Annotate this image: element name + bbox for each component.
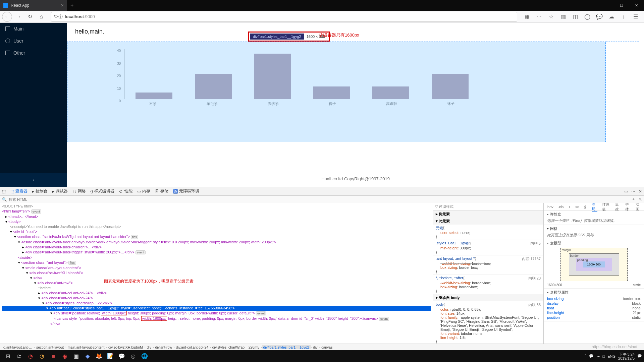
account-icon[interactable]: ◯ — [582, 12, 592, 22]
app-icon[interactable]: ■ — [48, 351, 59, 361]
inspector-picker-icon[interactable]: ⬚ — [2, 189, 6, 194]
pseudo-header: ▸ 伪元素 — [433, 210, 543, 218]
chart-bar — [372, 86, 409, 99]
download-icon[interactable]: ↓ — [619, 12, 629, 22]
close-button[interactable]: ✕ — [629, 0, 644, 11]
breadcrumb-item[interactable]: div — [146, 345, 153, 349]
back-button[interactable]: ← — [2, 12, 12, 22]
tray-up-icon[interactable]: ˄ — [584, 354, 586, 358]
tray-lang[interactable]: ENG — [607, 354, 615, 358]
home-button[interactable]: ⌂ — [36, 12, 46, 22]
tab-inspector[interactable]: ⬚ 查看器 — [10, 189, 28, 194]
tab-console[interactable]: ▸ 控制台 — [32, 189, 48, 194]
menu-icon[interactable]: ☰ — [631, 12, 641, 22]
styles-pane[interactable]: ▽ 过滤样式 ▸ 伪元素 ▾ 此元素 元素 { user-select: non… — [433, 203, 543, 344]
firefox-icon[interactable]: 🦊 — [93, 351, 105, 361]
library-icon[interactable]: ▥ — [558, 12, 568, 22]
x-axis-label: 高跟鞋 — [386, 101, 397, 106]
qr-icon[interactable]: ▦ — [522, 12, 532, 22]
chart-bar — [313, 86, 350, 99]
breadcrumb-item[interactable]: d.ant-layout.ant-… — [2, 345, 34, 349]
breadcrumb-item[interactable]: div.ant-row — [154, 345, 173, 349]
chart-bar — [195, 74, 232, 99]
sidebar-collapse-button[interactable]: ‹ — [0, 173, 67, 187]
hov-toggle[interactable]: :hov — [546, 205, 553, 209]
sidebar-item-other[interactable]: Other ⌄ — [0, 47, 67, 59]
home-icon — [5, 26, 10, 31]
print-icon[interactable]: 🖨 — [583, 205, 587, 209]
chart-plot-area — [124, 49, 480, 99]
tab-accessibility[interactable]: ♿ 无障碍环境 — [173, 189, 199, 194]
layout-icon[interactable]: ▭ — [575, 204, 579, 209]
breadcrumb-item[interactable]: main.ant-layout-content — [66, 345, 106, 349]
bookmark-icon[interactable]: ☆ — [546, 12, 556, 22]
breadcrumb-item[interactable]: div.ant-col.ant-col-24 — [175, 345, 210, 349]
minimize-button[interactable]: — — [599, 0, 614, 11]
tab-computed[interactable]: 计算值 — [602, 203, 610, 212]
url-bar[interactable]: 🛡 ⓘ localhost:9000 — [51, 12, 517, 22]
app-icon[interactable]: ◉ — [59, 351, 70, 361]
sidebar-icon[interactable]: ◫ — [570, 12, 580, 22]
sidebar-item-user[interactable]: User — [0, 35, 67, 47]
breadcrumb-item[interactable]: canvas — [320, 345, 334, 349]
user-icon — [5, 39, 10, 43]
sidebar-item-main[interactable]: Main — [0, 23, 67, 35]
weather-icon[interactable]: ☁ — [606, 12, 616, 22]
app-icon[interactable]: ◔ — [25, 351, 36, 361]
tab-close-icon[interactable]: × — [61, 3, 64, 8]
edit-html-icon[interactable]: ✎ — [639, 197, 642, 202]
info-icon[interactable]: ⓘ — [58, 14, 63, 20]
tray-wechat-icon[interactable]: 💬 — [589, 354, 594, 358]
breadcrumb-item[interactable]: div#bar1.styles_bar1__1gyg2 — [262, 345, 311, 349]
app-icon[interactable]: ◆ — [82, 351, 93, 361]
app-icon[interactable]: ◎ — [127, 351, 139, 361]
terminal-icon[interactable]: ▣ — [70, 351, 82, 361]
layout-pane[interactable]: :hov .cls + ▭ 🖨 布局 计算值 更改 字体 动画 弹性盒 选择一个… — [543, 203, 644, 344]
forward-button[interactable]: → — [13, 12, 23, 22]
breadcrumb-item[interactable]: div.sc-bwzfXH.bipbnM — [107, 345, 144, 349]
dom-search-input[interactable] — [9, 197, 632, 201]
dom-tree-pane[interactable]: <!DOCTYPE html> <html lang="en"> event ▸… — [0, 203, 433, 344]
tab-debugger[interactable]: ▸ 调试器 — [52, 189, 68, 194]
tab-memory[interactable]: ▭ 内存 — [137, 189, 150, 194]
tab-storage[interactable]: 🗄 存储 — [155, 189, 168, 194]
chat-icon[interactable]: 💬 — [594, 12, 604, 22]
reload-button[interactable]: ↻ — [25, 12, 35, 22]
tab-style-editor[interactable]: {} 样式编辑器 — [91, 189, 115, 194]
tray-net-icon[interactable]: ☁ — [596, 354, 600, 358]
devtools-close-icon[interactable]: ✕ — [639, 189, 642, 194]
tab-changes[interactable]: 更改 — [615, 203, 621, 212]
tab-layout[interactable]: 布局 — [592, 203, 597, 212]
chrome-icon[interactable]: 🌐 — [139, 351, 150, 361]
add-rule[interactable]: + — [568, 205, 570, 209]
add-element-icon[interactable]: + — [632, 197, 635, 202]
react-favicon — [3, 3, 8, 8]
tray-ime-icon[interactable]: □ — [603, 354, 605, 358]
grid-section: 网格 此页面上没有使用 CSS 网格 — [544, 225, 644, 239]
breadcrumb-item[interactable]: div — [312, 345, 319, 349]
explorer-icon[interactable]: 🗂 — [13, 351, 25, 361]
tab-fonts[interactable]: 字体 — [625, 203, 631, 212]
browser-tab-active[interactable]: React App × — [0, 0, 67, 11]
tab-title: React App — [11, 3, 29, 8]
tab-network[interactable]: ↑↓ 网络 — [72, 189, 86, 194]
responsive-icon[interactable]: ▭ — [624, 189, 628, 194]
dom-breadcrumb[interactable]: d.ant-layout.ant-…›section.ant-layout›ma… — [0, 344, 644, 350]
notifications-icon[interactable]: 💬 — [637, 354, 642, 358]
x-axis-label: 裤子 — [329, 101, 336, 106]
notepad-icon[interactable]: 📝 — [105, 351, 116, 361]
wechat-icon[interactable]: 💬 — [116, 351, 127, 361]
app-icon[interactable]: ◔ — [36, 351, 48, 361]
start-button[interactable]: ⊞ — [2, 351, 13, 361]
windows-taskbar: ⊞ 🗂 ◔ ◔ ■ ◉ ▣ ◆ 🦊 📝 💬 ◎ 🌐 ˄ 💬 ☁ □ ENG 下午… — [0, 350, 644, 362]
breadcrumb-item[interactable]: div.styles_chartWrap__226m5 — [211, 345, 261, 349]
breadcrumb-item[interactable]: section.ant-layout — [35, 345, 65, 349]
more-icon[interactable]: ⋯ — [534, 12, 544, 22]
tab-animations[interactable]: 动画 — [636, 203, 641, 212]
tab-performance[interactable]: ⏱ 性能 — [119, 189, 132, 194]
devtools-more-icon[interactable]: ⋯ — [631, 189, 635, 194]
maximize-button[interactable]: ☐ — [614, 0, 629, 11]
filter-icon: ▽ — [435, 204, 438, 209]
new-tab-button[interactable]: + — [67, 2, 77, 8]
cls-toggle[interactable]: .cls — [558, 205, 564, 209]
